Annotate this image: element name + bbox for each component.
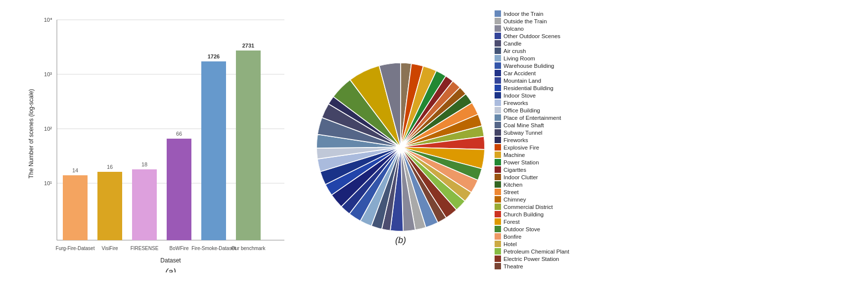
legend-item: Candle <box>495 40 603 47</box>
legend-label: Living Room <box>503 55 535 61</box>
legend-item: Fireworks <box>495 137 603 143</box>
legend-item: Cigarttes <box>495 166 603 173</box>
legend-item: Forest <box>495 218 603 225</box>
legend-label: Candle <box>503 41 521 47</box>
legend-color <box>495 18 501 24</box>
svg-text:Our benchmark: Our benchmark <box>231 246 266 251</box>
svg-text:1726: 1726 <box>208 53 220 59</box>
legend-item: Subway Tunnel <box>495 129 603 136</box>
legend-color <box>495 241 501 247</box>
legend-color <box>495 77 501 84</box>
legend-color <box>495 256 501 262</box>
legend-label: Mountain Land <box>503 78 541 84</box>
right-panel: (b) Indoor the Train Outside the Train V… <box>307 0 868 308</box>
svg-text:BoWFire: BoWFire <box>170 246 189 251</box>
legend-label: Residential Building <box>503 85 553 91</box>
legend-label: Kitchen <box>503 182 522 188</box>
svg-text:Fire-Smoke-Dataset: Fire-Smoke-Dataset <box>191 246 236 251</box>
legend-item: Outdoor Stove <box>495 226 603 232</box>
svg-text:FIRESENSE: FIRESENSE <box>131 246 159 251</box>
legend-item: Commercial District <box>495 204 603 210</box>
legend-color <box>495 263 501 269</box>
legend-color <box>495 189 501 195</box>
legend-item: Bonfire <box>495 233 603 240</box>
legend-color <box>495 196 501 203</box>
legend-item: Kitchen <box>495 181 603 188</box>
legend-container: Indoor the Train Outside the Train Volca… <box>490 10 603 298</box>
legend-label: Fireworks <box>503 100 528 106</box>
legend-label: Place of Entertainment <box>503 115 561 121</box>
svg-text:66: 66 <box>176 131 182 137</box>
bar-chart-svg: 10¹ 10² 10³ 10⁴ The Number of scenes (lo… <box>27 10 304 272</box>
legend-label: Air crush <box>503 48 526 54</box>
legend-item: Theatre <box>495 263 603 269</box>
legend-color <box>495 100 501 106</box>
legend-label: Indoor Stove <box>503 93 536 99</box>
legend-color <box>495 144 501 151</box>
svg-text:10⁴: 10⁴ <box>44 17 52 23</box>
bar-firesmoke <box>201 61 226 240</box>
legend-label: Indoor Clutter <box>503 174 538 180</box>
svg-text:VisiFire: VisiFire <box>101 246 118 251</box>
legend-color <box>495 218 501 225</box>
legend-item: Church Building <box>495 211 603 217</box>
legend-label: Church Building <box>503 211 544 217</box>
legend-item: Other Outdoor Scenes <box>495 33 603 39</box>
bar-furg <box>63 175 88 240</box>
legend-label: Indoor the Train <box>503 11 544 17</box>
legend-color <box>495 204 501 210</box>
legend-label: Forest <box>503 219 520 225</box>
legend-color <box>495 233 501 240</box>
legend-color <box>495 122 501 128</box>
pie-chart-svg <box>317 63 485 231</box>
legend-label: Office Building <box>503 107 540 113</box>
legend-color <box>495 174 501 180</box>
legend-color <box>495 159 501 165</box>
legend-item: Electric Power Station <box>495 256 603 262</box>
legend-label: Bonfire <box>503 234 521 240</box>
legend-item: Car Accident <box>495 70 603 76</box>
legend-label: Coal Mine Shaft <box>503 122 544 128</box>
legend-color <box>495 166 501 173</box>
legend-label: Volcano <box>503 26 524 32</box>
svg-text:10³: 10³ <box>44 71 52 77</box>
legend-item: Volcano <box>495 25 603 32</box>
legend-color <box>495 129 501 136</box>
legend-color <box>495 48 501 54</box>
legend-item: Street <box>495 189 603 195</box>
legend-color <box>495 40 501 47</box>
legend-label: Theatre <box>503 263 523 269</box>
svg-text:10¹: 10¹ <box>44 180 52 186</box>
svg-text:10²: 10² <box>44 126 52 132</box>
legend-color <box>495 248 501 255</box>
legend-item: Explosive Fire <box>495 144 603 151</box>
legend-item: Chimney <box>495 196 603 203</box>
legend-label: Car Accident <box>503 70 536 76</box>
legend-label: Fireworks <box>503 137 528 143</box>
legend-label: Street <box>503 189 519 195</box>
legend-label: Petroleum Chemical Plant <box>503 249 569 255</box>
legend-item: Indoor the Train <box>495 10 603 17</box>
svg-text:Dataset: Dataset <box>160 257 181 264</box>
legend-color <box>495 211 501 217</box>
legend-label: Commercial District <box>503 204 553 210</box>
legend-label: Cigarttes <box>503 167 526 173</box>
legend-color <box>495 70 501 76</box>
legend-item: Air crush <box>495 48 603 54</box>
legend-label: Machine <box>503 152 525 158</box>
legend-label: Hotel <box>503 241 517 247</box>
bar-benchmark <box>236 51 261 240</box>
svg-text:(a): (a) <box>165 267 176 272</box>
legend-color <box>495 25 501 32</box>
svg-text:16: 16 <box>107 164 113 170</box>
legend-item: Warehouse Buliding <box>495 62 603 69</box>
legend-label: Outdoor Stove <box>503 226 540 232</box>
legend-label: Outside the Train <box>503 18 547 24</box>
legend-color <box>495 85 501 91</box>
legend-item: Machine <box>495 152 603 158</box>
svg-text:18: 18 <box>141 161 147 167</box>
legend-label: Warehouse Buliding <box>503 63 554 69</box>
legend-item: Petroleum Chemical Plant <box>495 248 603 255</box>
legend-label: Explosive Fire <box>503 145 539 151</box>
legend-item: Power Station <box>495 159 603 165</box>
